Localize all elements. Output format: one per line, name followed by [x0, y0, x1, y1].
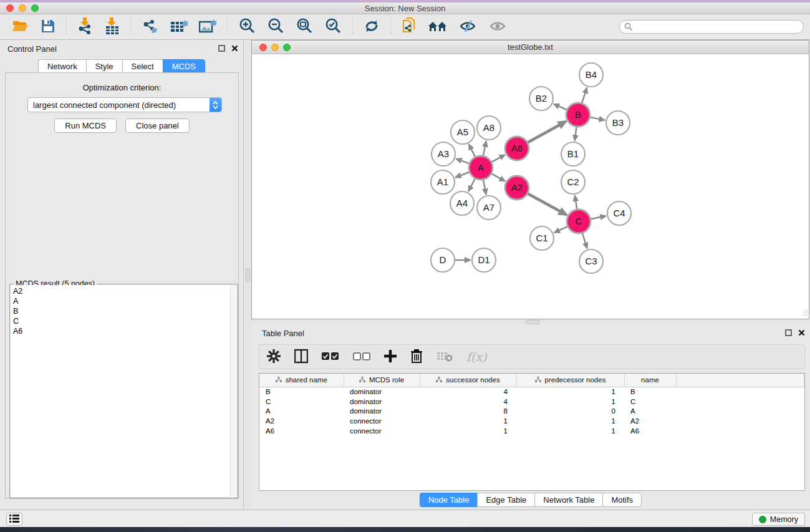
tab-network[interactable]: Network [38, 59, 86, 74]
export-table-button[interactable] [166, 17, 191, 37]
clone-network-button[interactable] [398, 16, 420, 38]
optimization-criterion-dropdown[interactable]: largest connected component (directed) [27, 97, 222, 112]
close-panel-button[interactable]: Close panel [125, 118, 190, 133]
graph-edge-A2-C[interactable] [526, 193, 567, 215]
table-cell[interactable]: 1 [516, 426, 624, 436]
search-input[interactable] [619, 20, 804, 34]
table-cell[interactable]: dominator [344, 407, 420, 417]
task-history-button[interactable] [6, 513, 22, 526]
result-item[interactable]: A [13, 296, 230, 306]
result-item[interactable]: B [13, 306, 230, 316]
export-image-button[interactable] [195, 17, 220, 37]
column-header-name[interactable]: name [624, 374, 676, 387]
graph-edge-A6-B[interactable] [526, 122, 566, 143]
float-table-panel-icon[interactable] [785, 329, 792, 338]
graph-edge-A-A8[interactable] [483, 142, 486, 158]
delete-column-icon[interactable] [410, 349, 423, 365]
memory-button[interactable]: Memory [752, 513, 805, 526]
graph-node-label: C [576, 216, 582, 226]
table-cell[interactable]: 1 [420, 416, 516, 426]
table-cell[interactable]: 0 [516, 407, 624, 417]
table-cell[interactable]: C [624, 397, 676, 407]
table-cell[interactable]: 1 [420, 426, 516, 436]
table-cell[interactable]: A6 [259, 426, 344, 436]
table-cell[interactable]: 1 [516, 387, 624, 397]
close-table-panel-icon[interactable] [798, 329, 805, 338]
table-cell[interactable]: 4 [420, 387, 516, 397]
network-window-titlebar[interactable]: testGlobe.txt [252, 41, 809, 54]
table-cell[interactable]: A2 [624, 416, 676, 426]
zoom-selected-button[interactable] [321, 16, 345, 38]
graph-edge-C-C1[interactable] [554, 226, 569, 233]
graph-edge-A-A2[interactable] [490, 173, 505, 181]
table-cell[interactable]: A6 [624, 426, 676, 436]
column-layout-icon[interactable] [294, 349, 308, 365]
preview-eye-button[interactable] [485, 17, 511, 37]
result-item[interactable]: A6 [13, 326, 230, 336]
column-header-predecessor-nodes[interactable]: predecessor nodes [516, 374, 624, 387]
column-header-successor-nodes[interactable]: successor nodes [420, 374, 516, 387]
horizontal-split-handle[interactable] [526, 320, 539, 324]
home-view-button[interactable] [424, 17, 451, 37]
save-session-button[interactable] [37, 17, 59, 37]
table-cell[interactable]: 8 [420, 407, 516, 417]
tab-mcds[interactable]: MCDS [163, 59, 205, 74]
deselect-all-checkbox-icon[interactable] [353, 352, 370, 362]
hide-labels-button[interactable] [455, 17, 481, 37]
table-cell[interactable]: connector [344, 426, 420, 436]
graph-edge-B-B2[interactable] [554, 104, 568, 110]
table-cell[interactable]: dominator [344, 397, 420, 407]
table-cell[interactable]: 4 [420, 397, 516, 407]
graph-edge-A-A7[interactable] [483, 178, 486, 195]
graph-edge-A-A3[interactable] [456, 159, 471, 165]
column-header-MCDS-role[interactable]: MCDS role [344, 374, 420, 387]
tab-style[interactable]: Style [86, 59, 122, 74]
table-cell[interactable]: connector [344, 416, 420, 426]
network-canvas[interactable]: B4B2BB3A5A8A6B1A3AA1C2A2A4A7C4CC1C3DD1 [252, 54, 809, 319]
vertical-split-handle[interactable] [246, 268, 250, 282]
zoom-in-button[interactable] [234, 16, 259, 38]
graph-edge-A-A5[interactable] [469, 145, 476, 158]
graph-edge-A-A1[interactable] [456, 172, 471, 177]
table-cell[interactable]: A [259, 407, 344, 417]
export-network-button[interactable] [138, 17, 163, 37]
graph-edge-B-B3[interactable] [589, 117, 605, 120]
run-mcds-button[interactable]: Run MCDS [54, 118, 117, 133]
table-cell[interactable]: A [624, 407, 676, 417]
float-panel-icon[interactable] [218, 44, 225, 54]
select-all-checkbox-icon[interactable] [322, 352, 339, 362]
refresh-button[interactable] [360, 17, 383, 37]
tab-node-table[interactable]: Node Table [420, 493, 478, 507]
graph-edge-A-A4[interactable] [468, 177, 476, 191]
table-cell[interactable]: 1 [516, 416, 624, 426]
tab-edge-table[interactable]: Edge Table [477, 493, 534, 507]
table-cell[interactable]: C [259, 397, 344, 407]
result-scrollbar[interactable] [230, 285, 237, 497]
graph-edge-C-C3[interactable] [582, 231, 587, 248]
import-table-button[interactable] [101, 16, 123, 38]
tab-network-table[interactable]: Network Table [534, 493, 602, 507]
close-panel-icon[interactable] [231, 44, 238, 54]
result-item[interactable]: C [13, 316, 230, 326]
zoom-out-button[interactable] [263, 16, 288, 38]
column-header-shared-name[interactable]: shared name [259, 374, 344, 387]
tab-motifs[interactable]: Motifs [602, 493, 642, 507]
graph-edge-C-C4[interactable] [589, 216, 606, 219]
graph-edge-C-C2[interactable] [575, 196, 577, 211]
table-cell[interactable]: A2 [259, 416, 344, 426]
zoom-fit-button[interactable] [292, 16, 317, 38]
table-cell[interactable]: B [259, 387, 344, 397]
table-cell[interactable]: dominator [344, 387, 420, 397]
graph-edge-B-B1[interactable] [575, 125, 577, 140]
open-session-button[interactable] [8, 17, 33, 37]
graph-edge-A-A6[interactable] [490, 155, 505, 163]
result-item[interactable]: A2 [13, 286, 230, 296]
table-cell[interactable]: 1 [516, 397, 624, 407]
resize-grip-icon[interactable] [801, 309, 808, 318]
graph-edge-B-B4[interactable] [581, 88, 587, 105]
tab-select[interactable]: Select [122, 59, 163, 74]
settings-gear-icon[interactable] [267, 349, 281, 365]
add-column-icon[interactable] [384, 350, 397, 364]
import-network-button[interactable] [74, 16, 97, 38]
table-cell[interactable]: B [624, 387, 676, 397]
